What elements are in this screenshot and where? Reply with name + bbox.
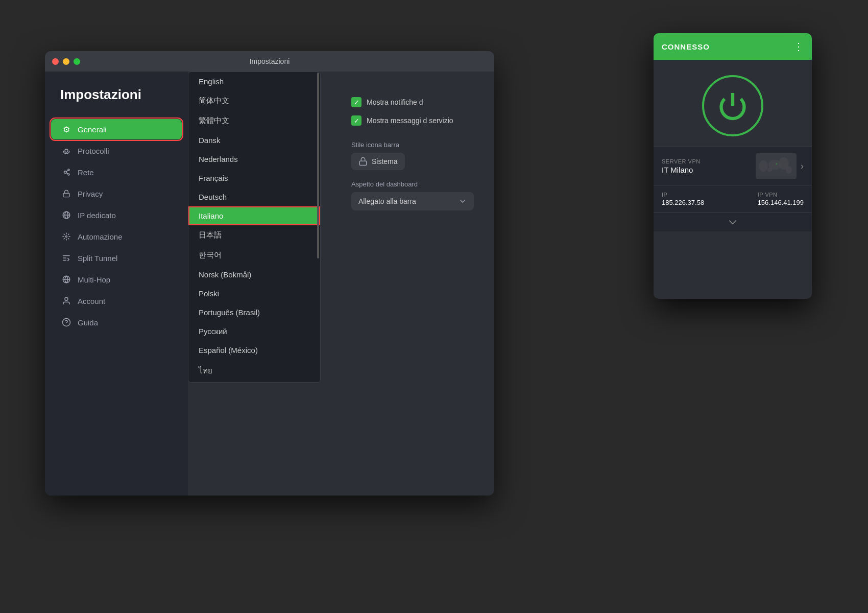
lang-thai[interactable]: ไทย bbox=[188, 360, 320, 382]
help-icon bbox=[61, 317, 71, 327]
maximize-button[interactable] bbox=[74, 58, 80, 65]
vpn-expand-button[interactable] bbox=[654, 213, 812, 231]
sidebar-item-multi-hop[interactable]: Multi-Hop bbox=[51, 269, 182, 290]
messages-checkbox[interactable]: ✓ bbox=[351, 115, 361, 126]
svg-point-2 bbox=[68, 169, 69, 171]
lang-russian[interactable]: Русский bbox=[188, 322, 320, 341]
notifications-label: Mostra notifiche d bbox=[367, 98, 423, 106]
lang-norsk[interactable]: Norsk (Bokmål) bbox=[188, 265, 320, 284]
vpn-status: CONNESSO bbox=[662, 42, 710, 51]
sidebar-item-label: Guida bbox=[78, 318, 98, 327]
svg-point-23 bbox=[767, 168, 773, 172]
vpn-server-info: SERVER VPN IT Milano bbox=[662, 158, 756, 174]
lang-english[interactable]: English bbox=[188, 72, 320, 91]
sidebar-item-ip-dedicato[interactable]: IP dedicato bbox=[51, 205, 182, 225]
sidebar-item-generali[interactable]: ⚙ Generali bbox=[51, 119, 182, 139]
vpn-ip-vpn-label: IP VPN bbox=[758, 192, 804, 198]
dashboard-label: Aspetto del dashboard bbox=[351, 180, 474, 188]
traffic-lights bbox=[52, 58, 80, 65]
vpn-server-name: IT Milano bbox=[662, 166, 756, 174]
lang-deutsch[interactable]: Deutsch bbox=[188, 187, 320, 206]
lang-zh-hans[interactable]: 简体中文 bbox=[188, 91, 320, 111]
lock-small-icon bbox=[358, 157, 368, 166]
icon-style-value: Sistema bbox=[372, 157, 398, 166]
sidebar-item-label: Automazione bbox=[78, 232, 123, 241]
vpn-panel: CONNESSO ⋮ SERVER VPN IT Milano bbox=[654, 33, 812, 299]
svg-rect-6 bbox=[63, 193, 69, 197]
sidebar-item-label: IP dedicato bbox=[78, 211, 116, 220]
sidebar-item-account[interactable]: Account bbox=[51, 291, 182, 311]
dashboard-select[interactable]: Allegato alla barra bbox=[351, 192, 474, 210]
close-button[interactable] bbox=[52, 58, 59, 65]
ip-icon bbox=[61, 210, 71, 220]
lang-portuguese[interactable]: Português (Brasil) bbox=[188, 303, 320, 322]
titlebar: Impostazioni bbox=[45, 51, 494, 72]
svg-point-0 bbox=[65, 149, 68, 152]
vpn-power-button[interactable] bbox=[702, 75, 763, 136]
split-tunnel-icon bbox=[61, 253, 71, 263]
lang-japanese[interactable]: 日本語 bbox=[188, 225, 320, 245]
vpn-ip-section: IP 185.226.37.58 IP VPN 156.146.41.199 bbox=[654, 185, 812, 213]
dashboard-value: Allegato alla barra bbox=[358, 197, 416, 205]
lang-nederlands[interactable]: Nederlands bbox=[188, 150, 320, 169]
sidebar-item-split-tunnel[interactable]: Split Tunnel bbox=[51, 248, 182, 268]
icon-style-row: Sistema bbox=[351, 153, 474, 170]
microphone-icon bbox=[61, 146, 71, 156]
sidebar-item-privacy[interactable]: Privacy bbox=[51, 183, 182, 204]
sidebar-item-protocolli[interactable]: Protocolli bbox=[51, 140, 182, 161]
vpn-ip-block: IP 185.226.37.58 bbox=[662, 192, 704, 206]
gear-icon: ⚙ bbox=[61, 124, 71, 134]
svg-point-13 bbox=[65, 297, 68, 300]
main-content: English 简体中文 繁體中文 Dansk Nederlands Franç… bbox=[188, 72, 494, 496]
chevron-down-icon bbox=[459, 197, 467, 205]
sidebar-item-guida[interactable]: Guida bbox=[51, 312, 182, 333]
window-title: Impostazioni bbox=[250, 57, 290, 65]
sidebar-item-label: Account bbox=[78, 297, 105, 305]
vpn-ip-label: IP bbox=[662, 192, 704, 198]
chevron-down-large-icon bbox=[728, 218, 738, 226]
lang-francais[interactable]: Français bbox=[188, 169, 320, 187]
minimize-button[interactable] bbox=[63, 58, 69, 65]
lang-dansk[interactable]: Dansk bbox=[188, 131, 320, 150]
lang-zh-hant[interactable]: 繁體中文 bbox=[188, 111, 320, 131]
sidebar: Impostazioni ⚙ Generali Protocolli bbox=[45, 72, 188, 496]
vpn-server-chevron[interactable]: › bbox=[801, 161, 804, 172]
svg-point-10 bbox=[66, 236, 67, 238]
icon-style-button[interactable]: Sistema bbox=[351, 153, 405, 170]
sidebar-item-label: Protocolli bbox=[78, 147, 109, 155]
language-dropdown[interactable]: English 简体中文 繁體中文 Dansk Nederlands Franç… bbox=[188, 72, 321, 383]
notifications-checkbox[interactable]: ✓ bbox=[351, 97, 361, 107]
vpn-ip-value: 185.226.37.58 bbox=[662, 199, 704, 206]
sidebar-title: Impostazioni bbox=[45, 87, 188, 118]
settings-window: Impostazioni Impostazioni ⚙ Generali bbox=[45, 51, 494, 496]
vpn-power-area bbox=[654, 60, 812, 147]
lock-icon bbox=[61, 188, 71, 199]
notifications-checkbox-row: ✓ Mostra notifiche d bbox=[351, 97, 474, 107]
vpn-header: CONNESSO ⋮ bbox=[654, 33, 812, 60]
vpn-menu-icon[interactable]: ⋮ bbox=[793, 40, 804, 53]
sidebar-item-rete[interactable]: Rete bbox=[51, 162, 182, 182]
sidebar-item-label: Split Tunnel bbox=[78, 254, 117, 263]
svg-point-24 bbox=[776, 163, 778, 165]
lang-korean[interactable]: 한국어 bbox=[188, 245, 320, 265]
icon-style-label: Stile icona barra bbox=[351, 141, 474, 149]
sidebar-item-label: Generali bbox=[78, 125, 107, 134]
automation-icon bbox=[61, 231, 71, 242]
vpn-server-label: SERVER VPN bbox=[662, 158, 756, 164]
window-body: Impostazioni ⚙ Generali Protocolli bbox=[45, 72, 494, 496]
world-map-svg bbox=[756, 153, 797, 179]
lang-spanish[interactable]: Español (México) bbox=[188, 341, 320, 360]
svg-rect-16 bbox=[359, 161, 367, 165]
vpn-server-section[interactable]: SERVER VPN IT Milano › bbox=[654, 147, 812, 185]
multi-hop-icon bbox=[61, 274, 71, 285]
sidebar-item-automazione[interactable]: Automazione bbox=[51, 226, 182, 247]
desktop: Impostazioni Impostazioni ⚙ Generali bbox=[0, 0, 868, 613]
vpn-map bbox=[756, 153, 797, 179]
messages-label: Mostra messaggi d servizio bbox=[367, 116, 453, 125]
lang-polski[interactable]: Polski bbox=[188, 284, 320, 303]
sidebar-item-label: Rete bbox=[78, 168, 94, 177]
lang-italiano[interactable]: Italiano bbox=[188, 206, 320, 225]
svg-point-19 bbox=[759, 160, 768, 172]
account-icon bbox=[61, 296, 71, 306]
vpn-vpn-ip-block: IP VPN 156.146.41.199 bbox=[758, 192, 804, 206]
